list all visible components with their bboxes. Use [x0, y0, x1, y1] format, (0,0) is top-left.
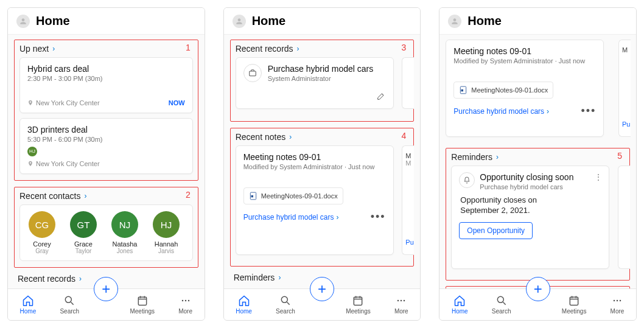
tab-more[interactable]: More — [394, 295, 408, 315]
tab-home[interactable]: Home — [236, 295, 252, 315]
tab-search[interactable]: Search — [60, 295, 79, 315]
up-next-section: 1 Up next › Hybrid cars deal 2:30 PM - 3… — [14, 40, 198, 181]
regarding-link[interactable]: Purchase hybrid model cars› — [243, 213, 339, 222]
svg-point-2 — [181, 300, 183, 302]
svg-rect-9 — [354, 297, 362, 305]
svg-point-0 — [66, 296, 72, 302]
avatar[interactable] — [16, 15, 30, 28]
page-title: Home — [252, 14, 286, 28]
fab-add-button[interactable]: + — [526, 277, 550, 301]
fab-add-button[interactable]: + — [310, 277, 334, 301]
svg-rect-7 — [251, 195, 253, 198]
svg-point-19 — [620, 300, 621, 302]
tab-more[interactable]: More — [178, 295, 192, 315]
reminder-card-peek[interactable] — [618, 166, 630, 269]
reminders-header[interactable]: Reminders› — [451, 152, 625, 162]
recent-records-header[interactable]: Recent records› — [236, 44, 409, 54]
event-card[interactable]: Hybrid cars deal 2:30 PM - 3:00 PM (30m)… — [19, 57, 193, 113]
phone-screen-3: Home Meeting notes 09-01 Modified by Sys… — [439, 7, 637, 321]
kebab-icon[interactable]: ⋮ — [594, 172, 603, 182]
contact-item[interactable]: JJoP — [191, 211, 193, 254]
open-opportunity-button[interactable]: Open Opportunity — [459, 222, 533, 239]
tab-home[interactable]: Home — [20, 295, 37, 315]
recent-records-section: 3 Recent records› Purchase hybrid model … — [230, 40, 415, 122]
contacts-row[interactable]: CGCoreyGray GTGraceTaylor NJNatashaJones… — [19, 204, 193, 261]
fab-add-button[interactable]: + — [94, 277, 118, 301]
regarding-link[interactable]: Purchase hybrid model cars› — [453, 107, 549, 116]
location: New York City Center — [27, 99, 185, 106]
svg-rect-14 — [461, 89, 464, 92]
page-title: Home — [467, 14, 502, 28]
contact-item[interactable]: CGCoreyGray — [25, 211, 59, 254]
svg-point-3 — [184, 300, 186, 302]
attachment-chip[interactable]: MeetingNotes-09-01.docx — [453, 82, 553, 99]
reminder-card[interactable]: ⋮ Opportunity closing soon Purchase hybr… — [451, 166, 609, 269]
record-card-peek[interactable] — [402, 57, 414, 109]
avatar[interactable] — [448, 15, 461, 28]
svg-rect-5 — [249, 71, 256, 76]
chevron-right-icon: › — [79, 274, 82, 283]
svg-point-12 — [404, 300, 405, 302]
note-card-peek[interactable]: M M Pu — [402, 145, 414, 255]
svg-point-11 — [401, 300, 402, 302]
tab-meetings[interactable]: Meetings — [130, 295, 155, 315]
tabbar: + Home Search x Meetings More — [8, 288, 205, 320]
contact-item[interactable]: GTGraceTaylor — [66, 211, 100, 254]
docx-icon — [249, 192, 257, 200]
more-icon[interactable]: ••• — [371, 211, 386, 223]
note-card[interactable]: Meeting notes 09-01 Modified by System A… — [446, 40, 604, 137]
svg-point-18 — [617, 300, 618, 302]
svg-rect-16 — [570, 297, 578, 305]
recent-notes-header[interactable]: Recent notes› — [236, 132, 409, 142]
edit-icon[interactable] — [376, 91, 386, 103]
tab-search[interactable]: Search — [492, 295, 511, 315]
attendee-dot: JP — [27, 86, 37, 96]
page-title: Home — [36, 14, 70, 28]
chevron-right-icon: › — [84, 192, 86, 200]
attendee-dot: HJ — [27, 147, 37, 156]
recent-contacts-section: 2 Recent contacts › CGCoreyGray GTGraceT… — [14, 187, 198, 268]
tabbar: + Home Search x Meetings More — [439, 288, 636, 320]
header: Home — [439, 8, 636, 35]
tabbar: + Home Search x Meetings More — [224, 288, 421, 320]
note-card[interactable]: Meeting notes 09-01 Modified by System A… — [236, 145, 394, 255]
up-next-header[interactable]: Up next › — [19, 44, 193, 54]
svg-rect-1 — [138, 297, 146, 305]
avatar[interactable] — [233, 15, 246, 28]
contact-item[interactable]: NJNatashaJones — [108, 211, 142, 254]
svg-point-8 — [281, 296, 287, 302]
header: Home — [8, 8, 205, 35]
chevron-right-icon: › — [278, 273, 281, 282]
more-icon[interactable]: ••• — [581, 105, 596, 117]
chevron-right-icon: › — [496, 153, 499, 161]
svg-point-4 — [187, 300, 189, 302]
bell-icon — [459, 172, 475, 188]
recent-notes-section: 4 Recent notes› Meeting notes 09-01 Modi… — [230, 128, 415, 267]
contact-item[interactable]: HJHannahJarvis — [149, 211, 183, 254]
chevron-right-icon: › — [289, 133, 292, 141]
now-badge: NOW — [169, 99, 185, 106]
svg-point-15 — [497, 296, 503, 302]
tab-home[interactable]: Home — [452, 295, 468, 315]
svg-point-17 — [614, 300, 615, 302]
record-card[interactable]: Purchase hybrid model cars System Admini… — [236, 57, 394, 109]
attachment-chip[interactable]: MeetingNotes-09-01.docx — [243, 187, 343, 204]
docx-icon — [459, 86, 467, 94]
reminders-section: 5 Reminders› ⋮ Opportunity closing soon … — [446, 148, 630, 281]
header: Home — [224, 8, 421, 35]
tab-meetings[interactable]: Meetings — [562, 295, 587, 315]
svg-point-10 — [397, 300, 399, 302]
phone-screen-2: Home 3 Recent records› Purchase hybrid m… — [223, 7, 421, 321]
tab-meetings[interactable]: Meetings — [346, 295, 371, 315]
chevron-right-icon: › — [297, 44, 299, 53]
chevron-right-icon: › — [52, 44, 55, 53]
event-card[interactable]: 3D printers deal 5:30 PM - 6:00 PM (30m)… — [19, 118, 193, 174]
recent-contacts-header[interactable]: Recent contacts › — [19, 191, 193, 201]
briefcase-icon — [243, 64, 262, 82]
note-card-peek[interactable]: M Pu — [618, 40, 631, 137]
tab-search[interactable]: Search — [276, 295, 295, 315]
tab-more[interactable]: More — [611, 295, 625, 315]
phone-screen-1: Home 1 Up next › Hybrid cars deal 2:30 P… — [7, 7, 205, 321]
location: New York City Center — [27, 160, 185, 167]
